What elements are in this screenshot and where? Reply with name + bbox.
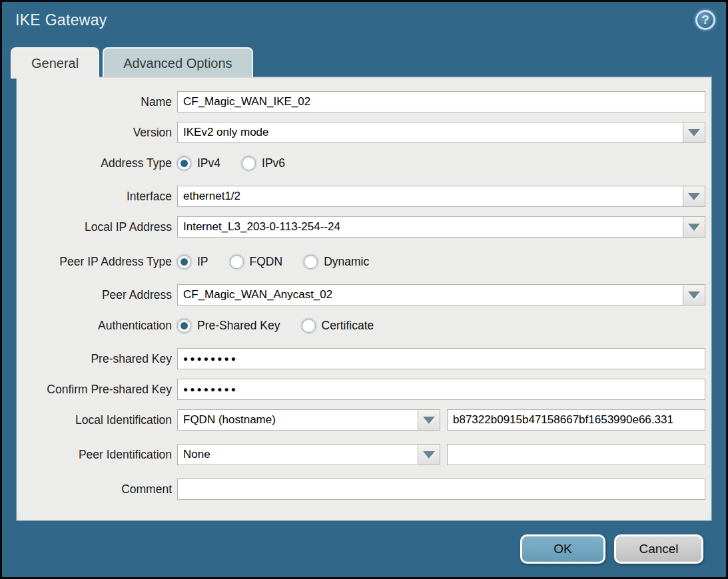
local-ip-input[interactable] [177,216,683,238]
radio-option-ipv6[interactable]: IPv6 [242,156,285,170]
local-identification-type-input[interactable] [177,409,418,431]
name-input[interactable] [177,91,705,112]
chevron-down-icon [423,417,435,424]
row-address-type: Address Type IPv4 IPv6 [17,152,705,174]
row-peer-ip-type: Peer IP Address Type IP FQDN Dynamic [17,251,705,272]
row-peer-identification: Peer Identification [17,444,705,465]
peer-identification-type-input[interactable] [177,444,418,465]
row-confirm-pre-shared-key: Confirm Pre-shared Key [17,379,705,400]
confirm-pre-shared-key-label: Confirm Pre-shared Key [17,383,177,397]
peer-identification-type-dropdown [177,444,440,465]
radio-label-ipv6: IPv6 [262,156,285,170]
radio-option-certificate[interactable]: Certificate [302,319,374,333]
tab-general[interactable]: General [11,47,99,79]
row-comment: Comment [17,479,705,500]
radio-option-dynamic[interactable]: Dynamic [304,255,369,269]
radio-unselected-icon [230,255,244,269]
radio-label-certificate: Certificate [322,319,374,333]
cancel-button[interactable]: Cancel [614,534,703,564]
row-authentication: Authentication Pre-Shared Key Certificat… [17,315,705,336]
radio-unselected-icon [242,156,256,170]
peer-address-input[interactable] [177,284,683,305]
version-dropdown [177,122,705,143]
row-local-ip: Local IP Address [17,216,705,238]
radio-unselected-icon [302,319,316,333]
comment-label: Comment [17,482,177,496]
local-identification-type-dropdown [177,409,440,431]
address-type-label: Address Type [17,156,177,170]
tab-advanced-options[interactable]: Advanced Options [103,47,252,79]
radio-option-fqdn[interactable]: FQDN [230,255,283,269]
peer-address-dropdown-button[interactable] [683,284,705,305]
peer-identification-label: Peer Identification [17,448,177,462]
radio-label-fqdn: FQDN [250,255,283,269]
chevron-down-icon [688,129,700,136]
radio-label-dynamic: Dynamic [324,255,369,269]
radio-selected-icon [177,156,191,170]
interface-dropdown-button[interactable] [683,186,705,207]
dialog-titlebar: IKE Gateway ? [2,2,726,43]
chevron-down-icon [423,451,435,459]
peer-identification-value-input[interactable] [447,444,705,465]
confirm-pre-shared-key-input[interactable] [177,379,705,400]
chevron-down-icon [688,291,700,299]
radio-option-pre-shared-key[interactable]: Pre-Shared Key [177,319,280,333]
local-ip-dropdown [177,216,705,238]
address-type-radio-group: IPv4 IPv6 [177,156,306,170]
radio-selected-icon [177,255,191,269]
pre-shared-key-label: Pre-shared Key [17,352,177,366]
help-icon[interactable]: ? [695,10,715,30]
local-ip-dropdown-button[interactable] [683,216,705,238]
tab-bar: General Advanced Options [11,47,253,79]
radio-label-pre-shared-key: Pre-Shared Key [197,319,280,333]
ok-button[interactable]: OK [520,534,605,564]
dialog-title: IKE Gateway [15,11,107,29]
name-label: Name [17,95,177,109]
row-peer-address: Peer Address [17,284,705,305]
comment-input[interactable] [177,479,705,500]
local-identification-label: Local Identification [17,413,177,427]
peer-ip-type-radio-group: IP FQDN Dynamic [177,255,390,269]
local-identification-dropdown-button[interactable] [418,409,440,431]
row-pre-shared-key: Pre-shared Key [17,348,705,369]
row-local-identification: Local Identification [17,409,705,431]
peer-identification-dropdown-button[interactable] [418,444,440,465]
radio-option-ip[interactable]: IP [177,255,208,269]
version-input[interactable] [177,122,683,143]
peer-address-dropdown [177,284,705,305]
row-interface: Interface [17,186,705,207]
ike-gateway-dialog: IKE Gateway ? General Advanced Options N… [0,0,728,579]
radio-label-ipv4: IPv4 [197,156,220,170]
radio-option-ipv4[interactable]: IPv4 [177,156,220,170]
local-ip-label: Local IP Address [17,220,177,234]
authentication-radio-group: Pre-Shared Key Certificate [177,319,395,333]
authentication-label: Authentication [17,319,177,333]
dialog-footer: OK Cancel [2,520,726,577]
interface-label: Interface [17,190,177,204]
peer-ip-type-label: Peer IP Address Type [17,255,177,269]
version-label: Version [17,126,177,140]
radio-label-ip: IP [197,255,208,269]
radio-selected-icon [177,319,191,333]
interface-input[interactable] [177,186,683,207]
row-version: Version [17,122,705,143]
pre-shared-key-input[interactable] [177,348,705,369]
chevron-down-icon [688,224,700,231]
peer-address-label: Peer Address [17,288,177,302]
chevron-down-icon [688,193,700,200]
version-dropdown-button[interactable] [683,122,705,143]
radio-unselected-icon [304,255,318,269]
general-tab-panel: Name Version Address Type IPv4 IPv6 [17,77,711,520]
interface-dropdown [177,186,705,207]
local-identification-value-input[interactable] [447,409,705,431]
row-name: Name [17,91,705,112]
